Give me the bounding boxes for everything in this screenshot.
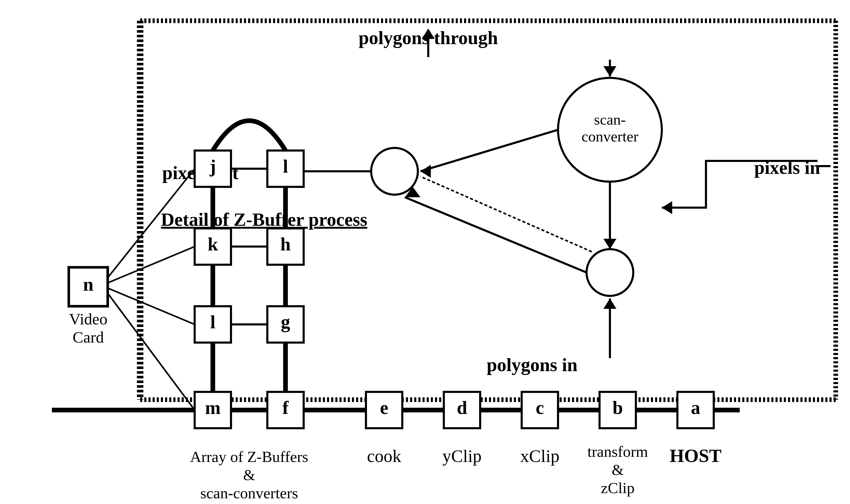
node-i-label: l	[283, 156, 288, 177]
node-b-label: b	[613, 397, 623, 418]
xclip-label: xClip	[520, 446, 559, 466]
video-card-label2: Card	[73, 328, 104, 346]
host-label: HOST	[670, 445, 722, 466]
array-label1: Array of Z-Buffers	[190, 448, 308, 465]
combiner-circle	[371, 148, 418, 195]
main-svg: Detail of Z-Buffer process polygons thro…	[0, 0, 850, 504]
transform-label1: transform	[587, 443, 648, 460]
node-d-label: d	[457, 397, 467, 418]
node-h-label: h	[280, 234, 291, 255]
array-label2: &	[243, 466, 255, 484]
second-circle	[586, 249, 633, 296]
cook-label: cook	[367, 446, 401, 466]
video-card-label1: Video	[69, 310, 107, 328]
transform-label3: zClip	[601, 479, 635, 497]
node-k-label: k	[207, 234, 218, 255]
node-j-label: j	[210, 156, 216, 177]
node-a-label: a	[691, 397, 700, 418]
detail-title: Detail of Z-Buffer process	[161, 209, 367, 230]
node-g-label: g	[281, 312, 290, 332]
node-l-label: l	[210, 312, 215, 332]
polygons-in-label: polygons in	[487, 355, 578, 375]
diagram-container: Detail of Z-Buffer process polygons thro…	[0, 0, 850, 504]
scan-converter-label2: converter	[582, 128, 638, 145]
node-f-label: f	[283, 397, 289, 418]
node-e-label: e	[380, 397, 388, 418]
node-m-label: m	[205, 397, 221, 418]
scan-converter-label1: scan-	[594, 111, 626, 128]
yclip-label: yClip	[442, 446, 482, 466]
node-c-label: c	[536, 397, 544, 418]
node-n-label: n	[83, 274, 93, 295]
array-label3: scan-converters	[200, 485, 298, 502]
transform-label2: &	[612, 461, 624, 478]
